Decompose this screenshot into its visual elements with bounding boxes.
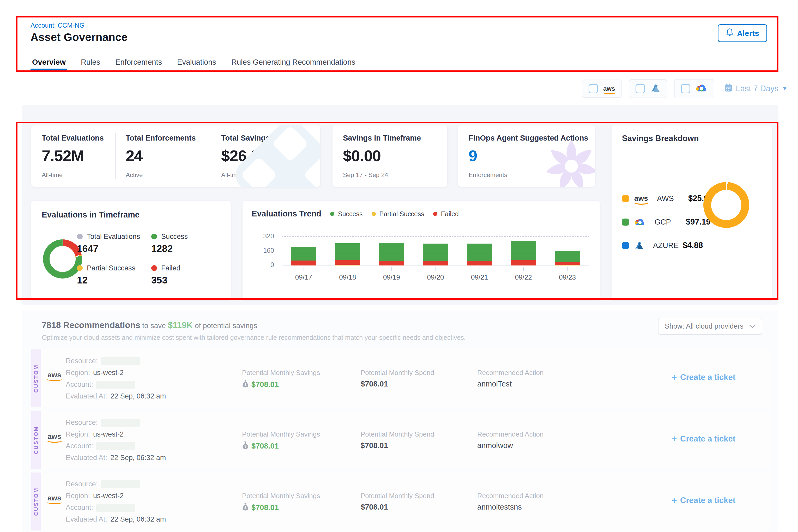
- resource-details: Resource: Region:us-west-2 Account: Eval…: [66, 478, 166, 525]
- bar-segment-failed: [511, 260, 536, 265]
- redacted-account-value: [96, 504, 135, 512]
- failed-dot: [151, 265, 157, 271]
- savings-value: $708.01: [251, 442, 279, 450]
- total-evaluations-dot: [77, 234, 83, 240]
- alerts-button[interactable]: Alerts: [718, 24, 767, 42]
- date-range-picker[interactable]: Last 7 Days ▼: [724, 83, 787, 94]
- bar-segment-failed: [335, 260, 360, 265]
- evaluations-in-timeframe-card: Evaluations in Timeframe Total Evaluatio…: [31, 201, 231, 299]
- finops-agent-sub: Enforcements: [469, 171, 507, 179]
- savings-breakdown-legend-gcp: GCP $97.19: [622, 215, 711, 229]
- plus-icon: +: [671, 372, 677, 383]
- plus-icon: +: [671, 433, 677, 444]
- success-dot: [330, 212, 334, 216]
- tab-rules[interactable]: Rules: [79, 54, 102, 71]
- y-tick-label: 160: [263, 247, 274, 254]
- custom-badge: CUSTOM: [31, 349, 41, 407]
- chevron-down-icon: [749, 322, 756, 330]
- bar-segment-success: [555, 251, 580, 262]
- gcp-logo-icon: [634, 218, 646, 228]
- page-title: Asset Governance: [31, 31, 128, 43]
- aws-checkbox[interactable]: [589, 84, 598, 93]
- aws-logo-icon: aws: [634, 195, 648, 202]
- gcp-checkbox[interactable]: [681, 84, 690, 93]
- create-ticket-button[interactable]: + Create a ticket: [671, 495, 736, 506]
- legend-partial-success: Partial Success 12: [77, 264, 135, 286]
- gcp-name: GCP: [654, 218, 681, 226]
- legend-partial-success-value: 12: [77, 275, 135, 286]
- trend-bar-09-23: [555, 251, 580, 265]
- savings-in-timeframe-sub: Sep 17 - Sep 24: [343, 171, 388, 179]
- aws-logo-icon: aws: [603, 86, 615, 92]
- savings-breakdown-donut-chart: [703, 182, 749, 228]
- calendar-icon: [724, 83, 733, 94]
- success-dot: [151, 234, 157, 240]
- tab-overview[interactable]: Overview: [31, 54, 67, 71]
- x-tick-label: 09/21: [457, 269, 501, 281]
- aws-filter-toggle[interactable]: aws: [582, 79, 622, 98]
- aws-logo-icon: aws: [48, 494, 61, 502]
- recommendation-row: CUSTOM aws Resource: Region:us-west-2 Ac…: [31, 349, 772, 407]
- savings-breakdown-title: Savings Breakdown: [622, 134, 699, 143]
- azure-swatch: [622, 242, 629, 249]
- filter-row: aws: [582, 79, 787, 98]
- trend-x-axis-labels: 09/1709/1809/1909/2009/2109/2209/23: [282, 269, 589, 281]
- tab-evaluations[interactable]: Evaluations: [175, 54, 218, 71]
- filter-dropdown-label: Show: All cloud providers: [665, 322, 743, 330]
- redacted-resource-value: [101, 419, 140, 426]
- finops-agent-value: 9: [469, 147, 477, 165]
- azure-savings-value: $4.88: [683, 241, 703, 250]
- bar-segment-failed: [291, 261, 316, 265]
- bar-segment-failed: [379, 261, 404, 265]
- svg-text:$: $: [244, 506, 246, 510]
- tab-rules-generating-recommendations[interactable]: Rules Generating Recommendations: [230, 54, 357, 71]
- bar-segment-failed: [423, 261, 448, 265]
- trend-bar-09-17: [291, 247, 316, 265]
- create-ticket-button[interactable]: + Create a ticket: [671, 433, 736, 444]
- x-tick-label: 09/23: [545, 269, 589, 281]
- redacted-account-value: [96, 442, 135, 450]
- action-value: anmolwow: [477, 441, 513, 450]
- account-breadcrumb-link[interactable]: Account: CCM-NG: [31, 22, 84, 29]
- create-ticket-button[interactable]: + Create a ticket: [671, 372, 736, 383]
- cloud-provider-filter-dropdown[interactable]: Show: All cloud providers: [658, 318, 762, 335]
- gcp-filter-toggle[interactable]: [674, 79, 714, 98]
- x-tick-label: 09/18: [326, 269, 370, 281]
- annotation-box-header: Account: CCM-NG Asset Governance Overvie…: [16, 16, 778, 72]
- evaluations-donut-chart: [43, 240, 82, 279]
- trend-legend-success: Success: [330, 210, 362, 218]
- svg-text:$: $: [244, 383, 246, 387]
- totals-card: Total Evaluations 7.52M All-time Total E…: [31, 126, 320, 187]
- azure-checkbox[interactable]: [635, 84, 645, 93]
- tab-enforcements[interactable]: Enforcements: [114, 54, 164, 71]
- total-evaluations-value: 7.52M: [42, 147, 84, 165]
- redacted-account-value: [96, 381, 135, 388]
- redacted-resource-value: [101, 480, 140, 488]
- savings-in-timeframe-card: Savings in Timeframe $0.00 Sep 17 - Sep …: [332, 126, 447, 187]
- trend-legend-partial-success: Partial Success: [372, 210, 424, 218]
- x-tick-label: 09/19: [369, 269, 414, 281]
- aws-name: AWS: [657, 194, 683, 203]
- trend-legend-failed: Failed: [433, 210, 459, 218]
- azure-filter-toggle[interactable]: [629, 79, 667, 98]
- bar-segment-partial-success: [335, 265, 360, 265]
- total-evaluations-label: Total Evaluations: [42, 134, 104, 142]
- resource-details: Resource: Region:us-west-2 Account: Eval…: [66, 355, 166, 402]
- bar-segment-failed: [555, 262, 580, 265]
- bar-segment-failed: [467, 261, 492, 265]
- aws-swatch: [622, 195, 629, 202]
- bell-icon: [726, 28, 734, 38]
- trend-bar-chart: [282, 226, 589, 265]
- trend-bar-09-20: [423, 244, 448, 265]
- chevron-down-icon: ▼: [782, 85, 787, 92]
- total-savings-label: Total Savings: [221, 134, 270, 142]
- tab-bar: Overview Rules Enforcements Evaluations …: [31, 54, 357, 71]
- evaluations-in-timeframe-title: Evaluations in Timeframe: [42, 210, 139, 220]
- trend-bar-09-18: [335, 243, 360, 265]
- x-tick-label: 09/20: [414, 269, 458, 281]
- asset-governance-page: Account: CCM-NG Asset Governance Overvie…: [0, 0, 798, 532]
- gcp-logo-icon: [696, 83, 707, 94]
- failed-dot: [433, 212, 437, 216]
- azure-logo-icon: [634, 241, 644, 251]
- custom-badge: CUSTOM: [31, 411, 41, 469]
